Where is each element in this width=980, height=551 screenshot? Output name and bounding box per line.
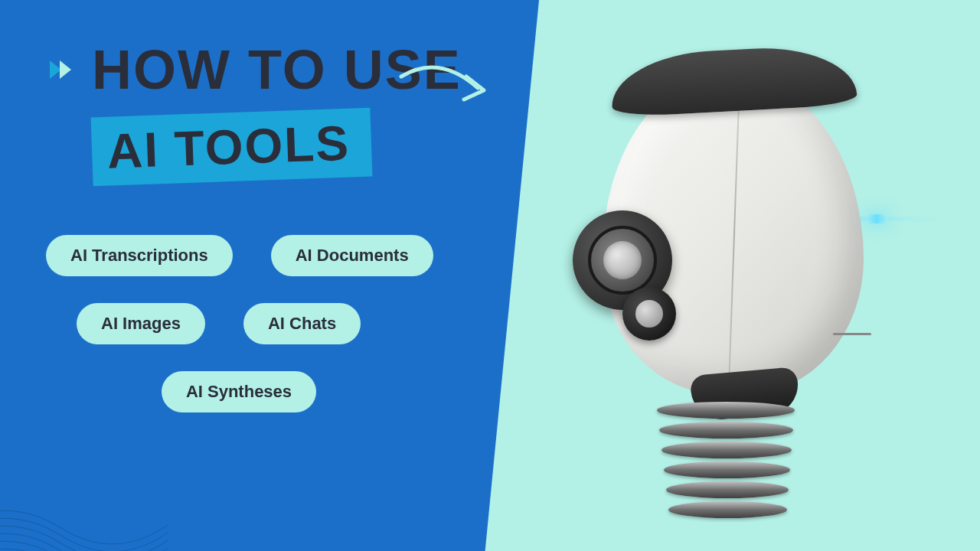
- pills-row-2: AI Images AI Chats: [46, 303, 493, 344]
- title-highlight: Ai Tools: [91, 108, 373, 187]
- wave-decoration-icon: [0, 398, 168, 551]
- pill-syntheses: AI Syntheses: [162, 371, 316, 412]
- robot-ear: [573, 210, 680, 318]
- robot-mouth: [833, 333, 871, 335]
- title-line2: Ai Tools: [106, 116, 351, 179]
- pills-row-1: AI Transcriptions AI Documents: [46, 235, 493, 276]
- pill-transcriptions: AI Transcriptions: [46, 235, 233, 276]
- pill-images: AI Images: [77, 303, 205, 344]
- left-panel: How to Use Ai Tools AI Transcriptions AI…: [0, 0, 539, 551]
- robot-crest: [609, 44, 858, 118]
- robot-eye: [865, 214, 888, 223]
- banner-container: How to Use Ai Tools AI Transcriptions AI…: [0, 0, 980, 551]
- robot-illustration: [557, 42, 940, 540]
- robot-neck: [657, 402, 810, 540]
- pills-container: AI Transcriptions AI Documents AI Images…: [46, 235, 493, 412]
- pill-documents: AI Documents: [271, 235, 433, 276]
- forward-icon: [46, 54, 77, 85]
- arrow-curve-icon: [394, 46, 508, 138]
- pill-chats: AI Chats: [243, 303, 361, 344]
